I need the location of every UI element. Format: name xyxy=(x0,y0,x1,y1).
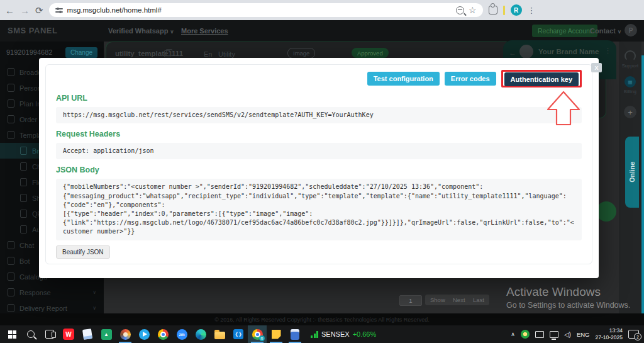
copy-icon[interactable] xyxy=(164,50,170,57)
tray-expand-icon[interactable]: ∧ xyxy=(511,331,515,337)
paint-icon[interactable] xyxy=(116,325,135,343)
sticky-notes-icon[interactable] xyxy=(267,325,286,343)
template-language: En xyxy=(204,50,212,58)
notification-center-icon[interactable]: 2 xyxy=(628,330,639,339)
sensex-ticker[interactable]: SENSEX +0.66% xyxy=(311,325,376,343)
back-icon[interactable]: ← xyxy=(5,6,14,15)
page-number-input[interactable]: 1 xyxy=(399,295,422,306)
chevron-down-icon: ∨ xyxy=(92,290,96,295)
beautify-json-button[interactable]: Beautify JSON xyxy=(56,245,110,259)
display-icon[interactable] xyxy=(535,331,544,338)
chevron-down-icon: ∨ xyxy=(170,29,174,35)
test-configuration-button[interactable]: Test configuration xyxy=(367,72,440,86)
doc-icon xyxy=(20,178,27,186)
copyright-text: © 2016, All Rights Reserved Copyright :-… xyxy=(214,317,430,323)
reload-icon[interactable]: ⟳ xyxy=(35,6,43,15)
app-header: SMS PANEL Verified Whatsapp ∨ More Servi… xyxy=(0,20,644,42)
sidebar-item-response[interactable]: Response∨ xyxy=(0,284,104,300)
address-bar[interactable]: msg.msgclub.net/home.html# ☆ xyxy=(49,3,483,17)
show-button[interactable]: Show xyxy=(425,295,450,305)
volume-icon[interactable]: ◁) xyxy=(564,331,571,338)
zoom-out-icon[interactable] xyxy=(456,6,464,14)
api-url-heading: API URL xyxy=(56,94,582,103)
doc-icon xyxy=(8,273,14,281)
next-button[interactable]: Next xyxy=(448,295,470,305)
doc-icon xyxy=(20,210,27,218)
modal-button-row: Test configuration Error codes Authentic… xyxy=(56,70,582,87)
url-text[interactable]: msg.msgclub.net/home.html# xyxy=(67,6,452,14)
vscode-icon[interactable]: ❬❭ xyxy=(229,325,248,343)
json-body-heading: JSON Body xyxy=(56,166,582,174)
media-type-badge: Image xyxy=(287,48,315,59)
system-tray: ∧ ◁) ENG 13:34 27-10-2025 2 xyxy=(511,327,641,340)
doc-icon xyxy=(8,115,14,123)
photos-icon[interactable]: ▲ xyxy=(97,325,116,343)
api-url-value: https://msg.msgclub.net/rest/services/se… xyxy=(56,107,582,123)
error-codes-button[interactable]: Error codes xyxy=(445,72,496,86)
contact-menu[interactable]: Contact ∨ xyxy=(590,27,621,35)
billing-icon[interactable]: ▦ xyxy=(625,76,636,87)
pinned-extension-icon[interactable] xyxy=(503,6,505,15)
forward-icon[interactable]: → xyxy=(20,6,30,15)
headset-icon[interactable] xyxy=(625,50,636,62)
chrome-icon[interactable] xyxy=(153,325,172,343)
zoom-app-icon[interactable]: zm xyxy=(172,325,191,343)
online-status-tab[interactable]: Online xyxy=(625,137,639,208)
doc-icon xyxy=(8,304,14,312)
add-button[interactable]: + xyxy=(624,106,636,118)
date: 27-10-2025 xyxy=(596,334,623,341)
back-arrow-icon: ← xyxy=(509,48,516,57)
task-view-icon[interactable] xyxy=(40,325,59,343)
billing-label: Billing xyxy=(619,89,641,94)
network-icon[interactable] xyxy=(550,331,558,338)
screen: ← → ⟳ msg.msgclub.net/home.html# ☆ R ⋮ S… xyxy=(0,0,644,343)
extensions-icon[interactable] xyxy=(489,6,497,14)
taskbar-clock[interactable]: 13:34 27-10-2025 xyxy=(596,327,623,340)
more-services-link[interactable]: More Services xyxy=(181,27,228,35)
file-explorer-icon[interactable] xyxy=(210,325,229,343)
site-info-icon[interactable] xyxy=(55,7,63,13)
json-body-value: {"mobileNumbers":"<customer number >","s… xyxy=(56,179,582,240)
highlight-box: Authentication key xyxy=(501,70,582,87)
doc-icon xyxy=(20,225,27,233)
browser-toolbar: ← → ⟳ msg.msgclub.net/home.html# ☆ R ⋮ xyxy=(0,0,644,20)
search-icon[interactable] xyxy=(21,325,40,343)
sensex-label: SENSEX xyxy=(321,330,350,338)
change-number-button[interactable]: Change xyxy=(65,47,97,58)
status-badge: Approved xyxy=(352,48,389,58)
activate-windows-title: Activate Windows xyxy=(506,285,601,299)
verified-whatsapp-menu[interactable]: Verified Whatsapp ∨ xyxy=(108,27,174,35)
edge-icon[interactable] xyxy=(191,325,210,343)
activate-windows-subtitle: Go to Settings to activate Windows. xyxy=(506,301,630,310)
recharge-account-button[interactable]: Recharge Account xyxy=(532,25,597,37)
sender-number: 919201994682 xyxy=(6,48,65,56)
calculator-icon[interactable] xyxy=(286,325,304,343)
start-button[interactable] xyxy=(3,325,21,343)
wps-office-icon[interactable]: W xyxy=(59,325,78,343)
doc-icon xyxy=(20,162,27,171)
support-label: Support xyxy=(619,63,641,69)
telegram-icon[interactable] xyxy=(135,325,153,343)
sensex-change: +0.66% xyxy=(353,330,377,338)
chevron-down-icon: ∨ xyxy=(618,29,621,35)
doc-icon xyxy=(8,131,14,139)
chevron-down-icon: ∨ xyxy=(92,305,96,311)
tray-app-icon[interactable] xyxy=(521,330,530,339)
doc-icon xyxy=(8,288,14,296)
template-name: utility_template1111 xyxy=(115,50,183,57)
language-indicator[interactable]: ENG xyxy=(577,331,590,338)
scrollbar[interactable] xyxy=(641,55,644,325)
notepad-icon[interactable] xyxy=(78,325,97,343)
doc-icon xyxy=(20,147,27,155)
user-avatar[interactable]: P xyxy=(625,24,637,37)
browser-menu-icon[interactable]: ⋮ xyxy=(528,6,536,15)
close-icon[interactable]: X xyxy=(591,63,602,72)
bookmark-star-icon[interactable]: ☆ xyxy=(469,6,477,14)
browser-profile-avatar[interactable]: R xyxy=(511,4,522,16)
last-button[interactable]: Last xyxy=(468,295,489,305)
time: 13:34 xyxy=(609,327,623,334)
notification-count: 2 xyxy=(634,333,641,340)
whatsapp-fab-button[interactable] xyxy=(596,201,616,222)
authentication-key-button[interactable]: Authentication key xyxy=(504,72,579,86)
chrome-profile-icon[interactable]: R xyxy=(248,325,267,343)
